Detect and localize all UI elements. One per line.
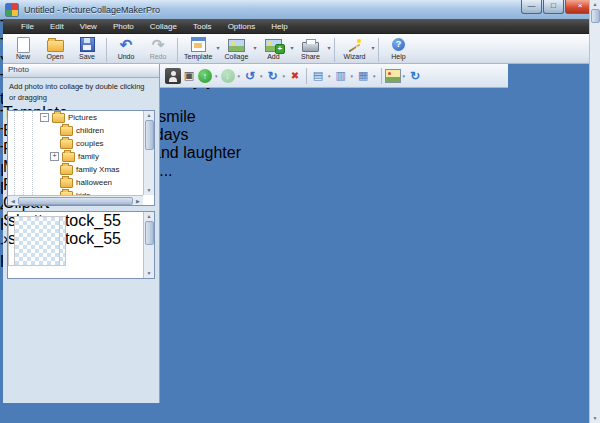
align-top-dropdown[interactable]: ▾ <box>328 73 331 79</box>
tree-node-family[interactable]: + family <box>8 150 154 163</box>
rotate-right-icon: ↻ <box>268 69 278 83</box>
thumbnail-vertical-scrollbar[interactable]: ▲ ▼ <box>143 212 154 278</box>
magic-wand-icon <box>347 38 362 52</box>
scroll-down-icon[interactable]: ▼ <box>147 186 152 195</box>
tree-node-pictures[interactable]: − Pictures <box>8 111 154 124</box>
layer-vertical-scrollbar[interactable]: ▲ ▼ <box>589 0 600 423</box>
align-top-button[interactable]: ▤ <box>310 68 326 84</box>
tree-vertical-scrollbar[interactable]: ▲ ▼ <box>143 111 154 195</box>
main-toolbar: New Open Save ↶ Undo ↷ Redo Template ▾ C… <box>3 34 597 64</box>
effects-button[interactable] <box>385 68 401 84</box>
maximize-button[interactable]: □ <box>543 0 564 14</box>
window-title: Untitled - PictureCollageMakerPro <box>24 5 521 15</box>
open-folder-icon <box>47 40 64 52</box>
scroll-right-icon[interactable]: ▶ <box>134 198 142 204</box>
align-middle-dropdown[interactable]: ▾ <box>351 73 354 79</box>
application-window: Untitled - PictureCollageMakerPro — □ × … <box>0 0 600 423</box>
distribute-button[interactable]: ▦ <box>355 68 371 84</box>
menu-collage[interactable]: Collage <box>142 19 185 34</box>
rotate-left-dropdown[interactable]: ▾ <box>260 73 263 79</box>
folder-tree: − Pictures children couples + family fam… <box>7 110 155 206</box>
photo-thumbnail-list: shutterstock_55 shutterstock_55 ▲ ▼ <box>7 211 155 279</box>
collapse-icon[interactable]: − <box>40 113 49 122</box>
folder-icon <box>60 126 73 136</box>
scroll-up-icon[interactable]: ▲ <box>593 0 598 9</box>
expand-icon[interactable]: + <box>50 152 59 161</box>
edit-toolbar: ▣ ↑ ▾ ↓ ▾ ↺ ▾ ↻ ▾ ✖ ▤ ▾ ▥ ▾ ▦ ▾ ▾ ↻ <box>160 64 508 88</box>
distribute-icon: ▦ <box>358 69 368 82</box>
template-button[interactable]: Template <box>181 36 215 60</box>
rotate-right-dropdown[interactable]: ▾ <box>283 73 286 79</box>
send-backward-button[interactable]: ↓ <box>220 68 236 84</box>
scrollbar-thumb[interactable] <box>18 197 133 205</box>
open-button[interactable]: Open <box>39 36 71 60</box>
photo-panel-hint: Add photo into collage by double clickin… <box>3 78 159 104</box>
add-photo-tool-icon[interactable] <box>165 68 181 84</box>
align-middle-button[interactable]: ▥ <box>333 68 349 84</box>
bring-forward-button[interactable]: ↑ <box>197 68 213 84</box>
new-button[interactable]: New <box>7 36 39 60</box>
photo-panel-header: Photo <box>3 64 159 78</box>
folder-icon <box>62 152 75 162</box>
undo-icon: ↶ <box>120 38 133 52</box>
redo-button[interactable]: ↷ Redo <box>142 36 174 60</box>
help-button[interactable]: ? Help <box>382 36 414 60</box>
menu-bar: File Edit View Photo Collage Tools Optio… <box>3 19 597 34</box>
align-top-icon: ▤ <box>313 69 323 82</box>
photo-panel: Photo Add photo into collage by double c… <box>3 64 160 403</box>
redo-icon: ↷ <box>152 38 165 52</box>
folder-icon <box>60 165 73 175</box>
menu-edit[interactable]: Edit <box>42 19 72 34</box>
share-dropdown-arrow[interactable]: ▾ <box>326 44 331 51</box>
menu-tools[interactable]: Tools <box>185 19 220 34</box>
scrollbar-thumb[interactable] <box>145 221 154 245</box>
delete-x-icon: ✖ <box>291 70 299 81</box>
minimize-button[interactable]: — <box>521 0 542 14</box>
tree-node-halloween[interactable]: halloween <box>8 176 154 189</box>
folder-icon <box>60 178 73 188</box>
new-document-icon <box>17 37 30 53</box>
toolbar-separator <box>106 38 107 62</box>
scroll-down-icon[interactable]: ▼ <box>147 269 152 278</box>
menu-file[interactable]: File <box>13 19 42 34</box>
send-backward-dropdown[interactable]: ▾ <box>238 73 241 79</box>
tree-node-children[interactable]: children <box>8 124 154 137</box>
save-button[interactable]: Save <box>71 36 103 60</box>
wizard-button[interactable]: Wizard <box>338 36 370 60</box>
distribute-dropdown[interactable]: ▾ <box>373 73 376 79</box>
toolbar-separator <box>378 38 379 62</box>
menu-photo[interactable]: Photo <box>105 19 142 34</box>
scrollbar-thumb[interactable] <box>591 9 600 23</box>
crop-icon[interactable]: ▣ <box>181 68 197 84</box>
help-icon: ? <box>392 38 405 51</box>
menu-options[interactable]: Options <box>220 19 264 34</box>
refresh-button[interactable]: ↻ <box>407 68 423 84</box>
folder-icon <box>60 139 73 149</box>
up-arrow-icon: ↑ <box>198 69 212 83</box>
rotate-right-button[interactable]: ↻ <box>265 68 281 84</box>
scroll-up-icon[interactable]: ▲ <box>147 111 152 120</box>
picture-effects-icon <box>385 69 401 83</box>
photo-thumbnail-baby-red[interactable] <box>8 216 60 266</box>
toolbar-separator <box>334 38 335 62</box>
collage-button[interactable]: Collage <box>220 36 252 60</box>
scroll-left-icon[interactable]: ◀ <box>9 198 17 204</box>
scrollbar-thumb[interactable] <box>145 120 154 150</box>
scroll-down-icon[interactable]: ▼ <box>593 414 598 423</box>
tree-horizontal-scrollbar[interactable]: ◀ ▶ <box>8 195 143 205</box>
share-button[interactable]: Share <box>294 36 326 60</box>
add-button[interactable]: + Add <box>257 36 289 60</box>
effects-dropdown[interactable]: ▾ <box>403 73 406 79</box>
tree-node-couples[interactable]: couples <box>8 137 154 150</box>
wizard-dropdown-arrow[interactable]: ▾ <box>370 44 375 51</box>
scroll-up-icon[interactable]: ▲ <box>147 212 152 221</box>
bring-forward-dropdown[interactable]: ▾ <box>215 73 218 79</box>
undo-button[interactable]: ↶ Undo <box>110 36 142 60</box>
template-icon <box>191 37 206 52</box>
menu-help[interactable]: Help <box>263 19 295 34</box>
tree-node-family-xmas[interactable]: family Xmas <box>8 163 154 176</box>
rotate-left-button[interactable]: ↺ <box>242 68 258 84</box>
collage-icon <box>228 39 245 52</box>
menu-view[interactable]: View <box>72 19 105 34</box>
delete-button[interactable]: ✖ <box>287 68 303 84</box>
